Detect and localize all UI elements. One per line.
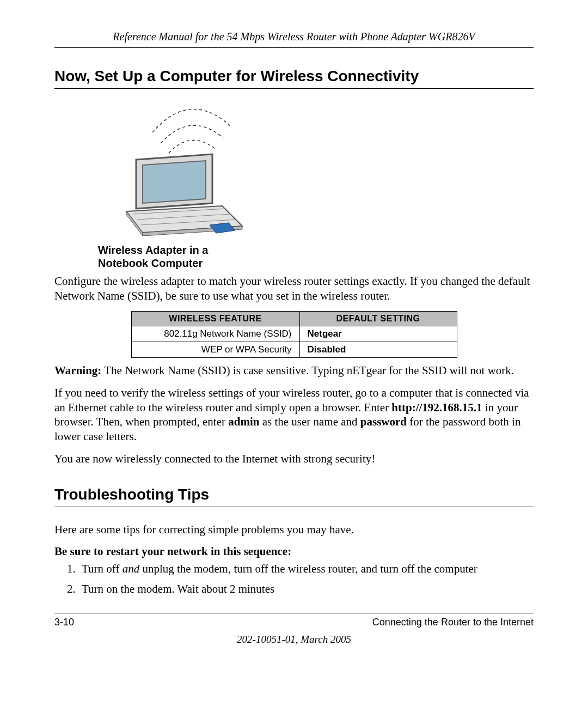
warning-text: The Network Name (SSID) is case sensitiv… — [101, 364, 514, 377]
router-url: http://192.168.15.1 — [391, 401, 482, 414]
section-heading-troubleshooting: Troubleshooting Tips — [54, 486, 534, 507]
page-number: 3-10 — [54, 617, 74, 628]
list-item: Turn on the modem. Wait about 2 minutes — [78, 582, 534, 597]
paragraph-verify: If you need to verify the wireless setti… — [54, 386, 534, 445]
list-item: Turn off and unplug the modem, turn off … — [78, 562, 534, 576]
cell-feature: 802.11g Network Name (SSID) — [131, 326, 299, 342]
figure-caption: Wireless Adapter in a Notebook Computer — [98, 244, 534, 270]
text: as the user name and — [259, 415, 360, 428]
chapter-title: Connecting the Router to the Internet — [372, 617, 534, 628]
text: unplug the modem, turn off the wireless … — [139, 562, 477, 575]
emphasis-and: and — [122, 562, 140, 575]
laptop-wireless-icon — [114, 105, 256, 236]
caption-line1: Wireless Adapter in a — [98, 244, 208, 256]
paragraph-warning: Warning: The Network Name (SSID) is case… — [54, 363, 534, 378]
paragraph-connected: You are now wirelessly connected to the … — [54, 452, 534, 466]
admin-password: password — [360, 415, 407, 428]
cell-value: Netgear — [299, 326, 457, 342]
running-header: Reference Manual for the 54 Mbps Wireles… — [54, 31, 534, 48]
manual-page: Reference Manual for the 54 Mbps Wireles… — [0, 0, 588, 667]
warning-label: Warning: — [54, 364, 101, 377]
cell-value: Disabled — [299, 342, 457, 357]
restart-steps-list: Turn off and unplug the modem, turn off … — [54, 562, 534, 597]
page-footer: 3-10 Connecting the Router to the Intern… — [54, 613, 534, 646]
table-row: 802.11g Network Name (SSID) Netgear — [131, 326, 457, 342]
table-header-default: Default Setting — [299, 311, 457, 326]
text: Turn off — [82, 562, 122, 575]
caption-line2: Notebook Computer — [98, 257, 203, 269]
paragraph-configure: Configure the wireless adapter to match … — [54, 274, 534, 303]
paragraph-tips-intro: Here are some tips for correcting simple… — [54, 522, 534, 537]
svg-marker-1 — [143, 161, 206, 203]
doc-id-date: 202-10051-01, March 2005 — [54, 634, 534, 646]
wireless-settings-table: Wireless Feature Default Setting 802.11g… — [131, 311, 457, 358]
section-heading-setup: Now, Set Up a Computer for Wireless Conn… — [54, 68, 534, 89]
admin-username: admin — [228, 415, 259, 428]
cell-feature: WEP or WPA Security — [131, 342, 299, 357]
restart-sequence-heading: Be sure to restart your network in this … — [54, 545, 534, 558]
table-row: WEP or WPA Security Disabled — [131, 342, 457, 357]
figure-laptop-wireless — [114, 105, 534, 238]
table-header-feature: Wireless Feature — [131, 311, 299, 326]
